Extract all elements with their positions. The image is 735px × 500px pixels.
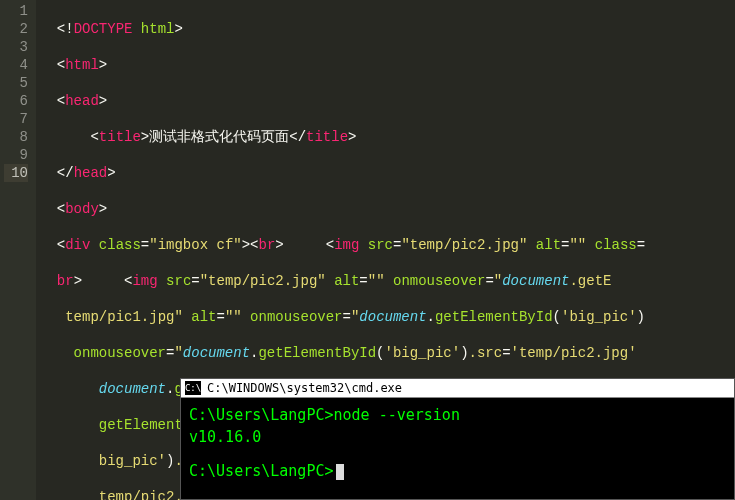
string: " <box>494 273 502 289</box>
js-fn: getElementById <box>435 309 553 325</box>
line-number: 7 <box>4 110 28 128</box>
cmd-output: v10.16.0 <box>189 426 726 448</box>
punctuation: = <box>637 237 645 253</box>
punctuation: = <box>502 345 510 361</box>
string: " <box>174 345 182 361</box>
attr: class <box>595 237 637 253</box>
punctuation: </ <box>289 129 306 145</box>
doctype-attr: html <box>132 21 174 37</box>
js-object: document <box>359 309 426 325</box>
line-number-active: 10 <box>4 164 28 182</box>
tag: body <box>65 201 99 217</box>
string: 'temp/pic2.jpg' <box>511 345 637 361</box>
cmd-icon: C:\ <box>185 381 201 395</box>
punctuation: > <box>107 165 115 181</box>
tag: head <box>65 93 99 109</box>
js-object: document <box>183 345 250 361</box>
string: big_pic' <box>99 453 166 469</box>
cmd-input: node --version <box>334 406 460 424</box>
attr: onmouseover <box>74 345 166 361</box>
punctuation: ( <box>376 345 384 361</box>
line-number: 4 <box>4 56 28 74</box>
string: "temp/pic2.jpg" <box>401 237 527 253</box>
attr: class <box>99 237 141 253</box>
string: "" <box>225 309 242 325</box>
punctuation: > <box>74 273 82 289</box>
punctuation: < <box>326 237 334 253</box>
attr: alt <box>191 309 216 325</box>
doctype-keyword: DOCTYPE <box>74 21 133 37</box>
punctuation: . <box>427 309 435 325</box>
punctuation: ( <box>553 309 561 325</box>
cmd-prompt: C:\Users\LangPC> <box>189 462 334 480</box>
punctuation: < <box>57 93 65 109</box>
punctuation: < <box>57 237 65 253</box>
punctuation: > <box>141 129 149 145</box>
attr: src <box>166 273 191 289</box>
js-object: document <box>502 273 569 289</box>
js-object: document <box>99 381 166 397</box>
string: 'big_pic' <box>561 309 637 325</box>
attr: onmouseover <box>393 273 485 289</box>
punctuation: > <box>275 237 283 253</box>
string: 'big_pic' <box>385 345 461 361</box>
punctuation: < <box>57 57 65 73</box>
punctuation: > <box>99 93 107 109</box>
attr: src <box>368 237 393 253</box>
punctuation: ) <box>460 345 468 361</box>
punctuation: = <box>359 273 367 289</box>
tag: img <box>334 237 359 253</box>
line-number: 8 <box>4 128 28 146</box>
punctuation: = <box>191 273 199 289</box>
string: .getE <box>569 273 611 289</box>
line-number: 6 <box>4 92 28 110</box>
cmd-prompt: C:\Users\LangPC> <box>189 406 334 424</box>
punctuation: > <box>174 21 182 37</box>
attr: alt <box>536 237 561 253</box>
attr: onmouseover <box>250 309 342 325</box>
cmd-cursor <box>336 464 344 480</box>
tag: title <box>306 129 348 145</box>
punctuation: </ <box>57 165 74 181</box>
string: temp/pic1.jpg" <box>65 309 183 325</box>
punctuation: < <box>90 129 98 145</box>
tag: html <box>65 57 99 73</box>
tag: head <box>74 165 108 181</box>
tag: title <box>99 129 141 145</box>
string: "temp/pic2.jpg" <box>200 273 326 289</box>
punctuation: <! <box>57 21 74 37</box>
line-number: 1 <box>4 2 28 20</box>
punctuation: > <box>99 201 107 217</box>
tag: div <box>65 237 90 253</box>
tag: br <box>57 273 74 289</box>
punctuation: = <box>485 273 493 289</box>
punctuation: ) <box>637 309 645 325</box>
line-number: 5 <box>4 74 28 92</box>
string: .src <box>469 345 503 361</box>
tag: img <box>132 273 157 289</box>
punctuation: = <box>216 309 224 325</box>
line-number: 2 <box>4 20 28 38</box>
cmd-window[interactable]: C:\ C:\WINDOWS\system32\cmd.exe C:\Users… <box>180 378 735 500</box>
punctuation: < <box>250 237 258 253</box>
js-fn: getElementById <box>258 345 376 361</box>
punctuation: < <box>57 201 65 217</box>
tag: br <box>259 237 276 253</box>
string: "" <box>368 273 385 289</box>
punctuation: = <box>343 309 351 325</box>
string: "imgbox cf" <box>149 237 241 253</box>
punctuation: > <box>242 237 250 253</box>
punctuation: = <box>141 237 149 253</box>
punctuation: > <box>99 57 107 73</box>
cmd-titlebar[interactable]: C:\ C:\WINDOWS\system32\cmd.exe <box>181 379 734 398</box>
cmd-body[interactable]: C:\Users\LangPC>node --version v10.16.0 … <box>181 398 734 488</box>
punctuation: > <box>348 129 356 145</box>
title-text: 测试非格式化代码页面 <box>149 129 289 145</box>
string: "" <box>569 237 586 253</box>
line-number: 3 <box>4 38 28 56</box>
cmd-title-text: C:\WINDOWS\system32\cmd.exe <box>207 381 402 395</box>
line-number: 9 <box>4 146 28 164</box>
attr: alt <box>334 273 359 289</box>
line-gutter: 1 2 3 4 5 6 7 8 9 10 <box>0 0 36 500</box>
